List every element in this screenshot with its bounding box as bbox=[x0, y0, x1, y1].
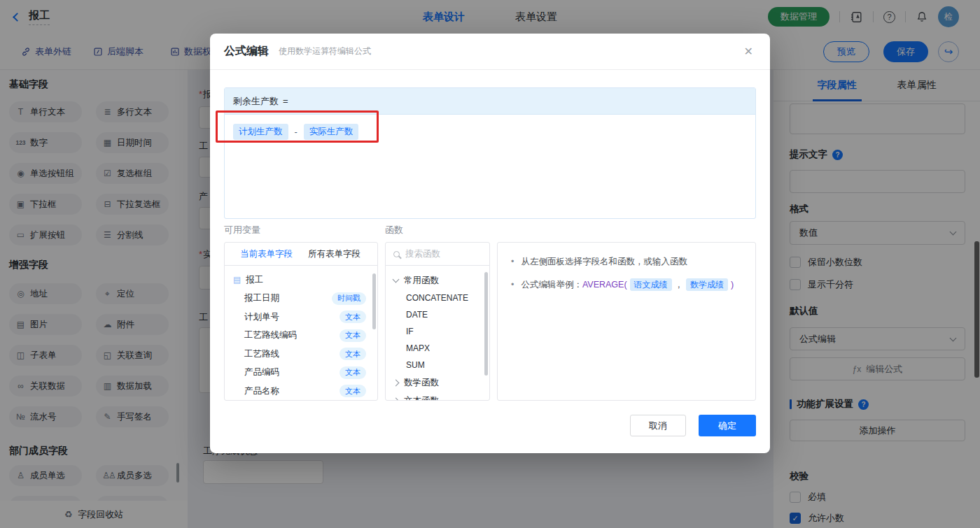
formula-target: 剩余生产数 bbox=[233, 95, 279, 108]
close-icon[interactable] bbox=[744, 45, 753, 58]
functions-section-label: 函数 bbox=[385, 224, 403, 236]
function-item[interactable]: MAPX bbox=[393, 340, 489, 357]
bullet-icon bbox=[511, 255, 514, 269]
function-group-text[interactable]: 文本函数 bbox=[393, 392, 489, 401]
bullet-icon bbox=[511, 278, 514, 292]
tab-all-form-fields[interactable]: 所有表单字段 bbox=[308, 248, 360, 260]
variable-row[interactable]: 工艺路线编码文本 bbox=[233, 327, 372, 345]
variable-root-row[interactable]: ▤ 报工 bbox=[233, 271, 372, 290]
chevron-right-icon bbox=[393, 379, 400, 386]
function-item[interactable]: IF bbox=[393, 323, 489, 340]
chevron-down-icon bbox=[393, 276, 400, 283]
example-chip: 数学成绩 bbox=[686, 278, 728, 291]
type-badge: 文本 bbox=[340, 385, 366, 397]
function-item[interactable]: DATE bbox=[393, 306, 489, 323]
file-icon: ▤ bbox=[233, 275, 241, 285]
variable-row[interactable]: 计划单号文本 bbox=[233, 308, 372, 327]
formula-target-row: 剩余生产数 = bbox=[225, 88, 755, 115]
formula-chip[interactable]: 实际生产数 bbox=[304, 124, 359, 140]
formula-expression: 计划生产数 - 实际生产数 bbox=[225, 115, 755, 149]
functions-list: 常用函数 CONCATENATE DATE IF MAPX SUM 数学函数 文… bbox=[386, 266, 489, 401]
example-chip: 语文成绩 bbox=[630, 278, 672, 291]
type-badge: 时间戳 bbox=[332, 292, 366, 305]
formula-editor[interactable]: 剩余生产数 = 计划生产数 - 实际生产数 bbox=[224, 87, 756, 219]
tab-current-form-fields[interactable]: 当前表单字段 bbox=[240, 248, 293, 260]
function-item[interactable]: CONCATENATE bbox=[393, 290, 489, 306]
modal-subtitle: 使用数学运算符编辑公式 bbox=[279, 45, 371, 57]
variables-panel: 当前表单字段 所有表单字段 ▤ 报工 报工日期时间戳 计划单号文本 工艺路线编码… bbox=[224, 242, 378, 401]
chevron-right-icon bbox=[393, 397, 400, 401]
variable-row[interactable]: 产品编码文本 bbox=[233, 364, 372, 383]
type-badge: 文本 bbox=[340, 348, 366, 360]
modal-header: 公式编辑 使用数学运算符编辑公式 bbox=[210, 34, 770, 70]
tip-line: 从左侧面板选择字段名和函数，或输入函数 bbox=[511, 255, 742, 269]
formula-equals: = bbox=[283, 96, 288, 106]
variable-row[interactable]: 工艺路线文本 bbox=[233, 345, 372, 364]
search-icon bbox=[393, 251, 400, 257]
type-badge: 文本 bbox=[340, 366, 366, 379]
variables-section-label: 可用变量 bbox=[224, 224, 260, 236]
tips-panel: 从左侧面板选择字段名和函数，或输入函数 公式编辑举例：AVERAGE(语文成绩，… bbox=[497, 242, 756, 401]
function-group-math[interactable]: 数学函数 bbox=[393, 373, 489, 392]
variables-tabs: 当前表单字段 所有表单字段 bbox=[225, 243, 377, 266]
app-root: 报工 表单设计 表单设置 数据管理 bbox=[0, 0, 980, 528]
formula-chip[interactable]: 计划生产数 bbox=[233, 124, 288, 140]
variables-scrollbar[interactable] bbox=[372, 273, 376, 329]
variable-row[interactable]: 报工日期时间戳 bbox=[233, 290, 372, 308]
cancel-button[interactable]: 取消 bbox=[630, 415, 686, 436]
variables-list: ▤ 报工 报工日期时间戳 计划单号文本 工艺路线编码文本 工艺路线文本 产品编码… bbox=[225, 266, 377, 401]
formula-operator: - bbox=[295, 127, 298, 137]
type-badge: 文本 bbox=[340, 311, 366, 323]
function-search bbox=[386, 243, 489, 266]
variable-row[interactable]: 产品名称文本 bbox=[233, 382, 372, 401]
confirm-button[interactable]: 确定 bbox=[699, 415, 756, 436]
functions-panel: 常用函数 CONCATENATE DATE IF MAPX SUM 数学函数 文… bbox=[385, 242, 490, 401]
tip-line: 公式编辑举例：AVERAGE(语文成绩，数学成绩) bbox=[511, 278, 742, 292]
formula-edit-modal: 公式编辑 使用数学运算符编辑公式 剩余生产数 = 计划生产数 - 实际生产数 可… bbox=[210, 34, 770, 453]
tip-example: 公式编辑举例：AVERAGE(语文成绩，数学成绩) bbox=[521, 278, 734, 292]
functions-scrollbar[interactable] bbox=[484, 272, 488, 376]
function-item[interactable]: SUM bbox=[393, 357, 489, 373]
function-search-input[interactable] bbox=[405, 249, 475, 259]
function-group-common[interactable]: 常用函数 bbox=[393, 271, 489, 290]
type-badge: 文本 bbox=[340, 329, 366, 342]
modal-title: 公式编辑 bbox=[224, 44, 269, 59]
